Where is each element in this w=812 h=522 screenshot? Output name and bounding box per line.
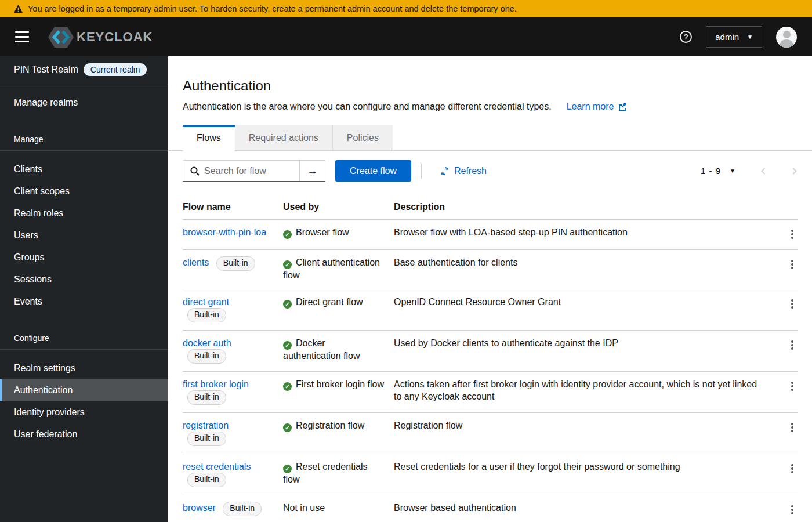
pagination-range: 1 - 9 bbox=[701, 166, 721, 176]
kebab-menu-button[interactable] bbox=[786, 461, 798, 487]
column-description: Description bbox=[394, 194, 776, 219]
flow-description: OpenID Connect Resource Owner Grant bbox=[394, 289, 776, 330]
used-by-label: Direct grant flow bbox=[296, 297, 363, 307]
sidebar-group-label-configure: Configure bbox=[0, 328, 168, 350]
sidebar-item-clients[interactable]: Clients bbox=[0, 158, 168, 180]
kebab-menu-button[interactable] bbox=[786, 502, 798, 517]
used-by-label: Browser flow bbox=[296, 227, 349, 237]
column-flow-name: Flow name bbox=[183, 194, 283, 219]
sidebar-item-manage-realms[interactable]: Manage realms bbox=[0, 92, 168, 114]
table-header: Flow name Used by Description bbox=[183, 194, 798, 220]
keycloak-logo: KEYCLOAK bbox=[48, 26, 153, 49]
built-in-badge: Built-in bbox=[187, 349, 226, 364]
search-icon bbox=[183, 161, 204, 181]
sidebar-item-sessions[interactable]: Sessions bbox=[0, 269, 168, 291]
kebab-menu-button[interactable] bbox=[786, 257, 798, 281]
used-by-label: Docker authentication flow bbox=[283, 338, 360, 361]
pagination: 1 - 9 ▼ bbox=[701, 166, 798, 176]
used-by-cell: ✓Client authentication flow bbox=[283, 250, 394, 289]
check-circle-icon: ✓ bbox=[283, 260, 292, 269]
tab-flows[interactable]: Flows bbox=[183, 125, 235, 151]
previous-page-button[interactable] bbox=[760, 167, 767, 175]
flow-description: Browser flow with LOA-based step-up PIN … bbox=[394, 220, 776, 249]
user-dropdown[interactable]: admin ▼ bbox=[706, 26, 762, 48]
kebab-menu-button[interactable] bbox=[786, 420, 798, 446]
used-by-label: Reset credentials flow bbox=[283, 462, 368, 484]
used-by-cell: Not in use bbox=[283, 495, 394, 522]
flow-link[interactable]: registration bbox=[183, 420, 229, 430]
sidebar-group-label-manage: Manage bbox=[0, 129, 168, 151]
used-by-cell: ✓First broker login flow bbox=[283, 372, 394, 412]
sidebar-item-realm-settings[interactable]: Realm settings bbox=[0, 357, 168, 379]
flow-link[interactable]: clients bbox=[183, 258, 209, 267]
warning-triangle-icon bbox=[14, 5, 23, 13]
sidebar: PIN Test Realm Current realm Manage real… bbox=[0, 56, 168, 522]
flow-link[interactable]: first broker login bbox=[183, 379, 249, 389]
next-page-button[interactable] bbox=[791, 167, 798, 175]
sidebar-item-realm-roles[interactable]: Realm roles bbox=[0, 202, 168, 224]
table-row: direct grant Built-in✓Direct grant flowO… bbox=[183, 289, 798, 331]
tab-required-actions[interactable]: Required actions bbox=[235, 125, 333, 151]
built-in-badge: Built-in bbox=[187, 473, 226, 487]
used-by-cell: ✓Registration flow bbox=[283, 413, 394, 454]
learn-more-link[interactable]: Learn more bbox=[567, 102, 626, 112]
search-submit-button[interactable]: → bbox=[299, 161, 325, 181]
flows-table: Flow name Used by Description browser-wi… bbox=[168, 194, 812, 522]
table-row: registration Built-in✓Registration flowR… bbox=[183, 413, 798, 454]
built-in-badge: Built-in bbox=[187, 390, 226, 405]
sidebar-item-users[interactable]: Users bbox=[0, 224, 168, 246]
kebab-menu-button[interactable] bbox=[786, 338, 798, 364]
flow-description: Browser based authentication bbox=[394, 495, 776, 522]
nav-toggle-button[interactable] bbox=[14, 29, 30, 45]
kebab-menu-button[interactable] bbox=[786, 379, 798, 405]
keycloak-hexagon-icon bbox=[48, 26, 74, 49]
table-row: reset credentials Built-in✓Reset credent… bbox=[183, 454, 798, 495]
used-by-cell: ✓Reset credentials flow bbox=[283, 454, 394, 495]
banner-text: You are logged in as a temporary admin u… bbox=[28, 4, 517, 13]
realm-name: PIN Test Realm bbox=[14, 64, 78, 75]
used-by-label: Client authentication flow bbox=[283, 258, 380, 280]
flow-description: Actions taken after first broker login w… bbox=[394, 372, 776, 412]
sidebar-item-authentication[interactable]: Authentication bbox=[0, 379, 168, 401]
sidebar-item-events[interactable]: Events bbox=[0, 291, 168, 313]
flow-description: Base authentication for clients bbox=[394, 250, 776, 289]
create-flow-button[interactable]: Create flow bbox=[335, 160, 411, 182]
kebab-menu-button[interactable] bbox=[786, 227, 798, 242]
refresh-button[interactable]: Refresh bbox=[440, 166, 487, 176]
avatar[interactable] bbox=[776, 27, 797, 48]
kebab-menu-button[interactable] bbox=[786, 296, 798, 322]
check-circle-icon: ✓ bbox=[283, 423, 292, 432]
sidebar-item-client-scopes[interactable]: Client scopes bbox=[0, 180, 168, 202]
check-circle-icon: ✓ bbox=[283, 341, 292, 350]
flow-link[interactable]: direct grant bbox=[183, 297, 229, 307]
sidebar-item-identity-providers[interactable]: Identity providers bbox=[0, 401, 168, 423]
sidebar-item-user-federation[interactable]: User federation bbox=[0, 423, 168, 445]
built-in-badge: Built-in bbox=[187, 308, 226, 322]
user-name: admin bbox=[715, 32, 739, 42]
page-description: Authentication is the area where you can… bbox=[183, 102, 552, 112]
used-by-cell: ✓Browser flow bbox=[283, 220, 394, 249]
toolbar-divider bbox=[421, 164, 422, 179]
check-circle-icon: ✓ bbox=[283, 230, 292, 239]
flow-description: Registration flow bbox=[394, 413, 776, 454]
chevron-down-icon: ▼ bbox=[747, 34, 753, 40]
refresh-icon bbox=[440, 166, 449, 176]
refresh-label: Refresh bbox=[454, 166, 487, 176]
used-by-label: Registration flow bbox=[296, 420, 364, 430]
used-by-cell: ✓Direct grant flow bbox=[283, 289, 394, 330]
pagination-options-icon[interactable]: ▼ bbox=[730, 168, 735, 174]
main-content: Authentication Authentication is the are… bbox=[168, 56, 812, 522]
used-by-label: First broker login flow bbox=[296, 379, 384, 389]
flow-link[interactable]: browser-with-pin-loa bbox=[183, 227, 266, 237]
flow-description: Reset credentials for a user if they for… bbox=[394, 454, 776, 495]
flow-link[interactable]: docker auth bbox=[183, 338, 231, 348]
tab-policies[interactable]: Policies bbox=[333, 125, 393, 151]
built-in-badge: Built-in bbox=[223, 502, 262, 516]
toolbar: → Create flow Refresh 1 - 9 ▼ bbox=[168, 151, 812, 190]
flow-link[interactable]: browser bbox=[183, 503, 216, 513]
realm-selector[interactable]: PIN Test Realm Current realm bbox=[0, 56, 168, 84]
help-icon[interactable]: ? bbox=[680, 31, 692, 43]
search-input[interactable] bbox=[204, 161, 299, 181]
sidebar-item-groups[interactable]: Groups bbox=[0, 246, 168, 269]
flow-link[interactable]: reset credentials bbox=[183, 462, 251, 472]
